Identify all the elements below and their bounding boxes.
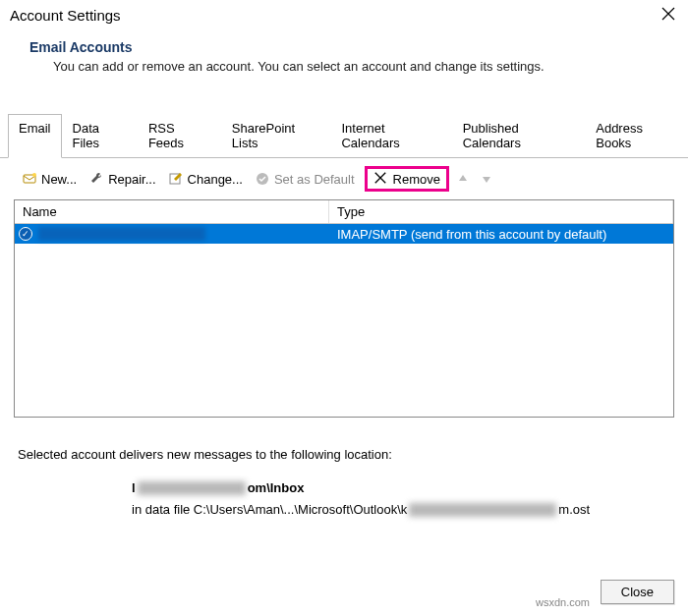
new-icon (22, 171, 37, 187)
section-title: Email Accounts (29, 39, 676, 55)
account-type: IMAP/SMTP (send from this account by def… (329, 227, 673, 242)
tab-sharepoint-lists[interactable]: SharePoint Lists (221, 114, 331, 158)
svg-point-1 (32, 173, 36, 177)
location-folder: l om\Inbox (132, 477, 670, 499)
tab-address-books[interactable]: Address Books (585, 114, 688, 158)
new-button[interactable]: New... (18, 169, 81, 189)
move-up-icon[interactable] (453, 173, 473, 185)
table-row[interactable]: ✓ IMAP/SMTP (send from this account by d… (15, 224, 673, 244)
tab-internet-calendars[interactable]: Internet Calendars (330, 114, 451, 158)
close-icon[interactable] (660, 6, 678, 24)
repair-icon (88, 171, 104, 187)
check-circle-icon (255, 171, 270, 187)
column-header-type[interactable]: Type (329, 200, 673, 223)
remove-x-icon (373, 171, 389, 187)
watermark: wsxdn.com (536, 596, 590, 608)
remove-label: Remove (393, 172, 440, 187)
section-description: You can add or remove an account. You ca… (29, 55, 676, 74)
account-name-redacted (38, 227, 205, 241)
location-datafile: in data file C:\Users\Aman\...\Microsoft… (132, 499, 670, 521)
change-icon (168, 171, 184, 187)
accounts-table: Name Type ✓ IMAP/SMTP (send from this ac… (14, 199, 674, 418)
tab-email[interactable]: Email (8, 114, 62, 158)
close-button[interactable]: Close (601, 580, 674, 604)
remove-button[interactable]: Remove (365, 166, 449, 192)
move-down-icon[interactable] (477, 173, 496, 185)
repair-label: Repair... (108, 172, 155, 187)
location-intro: Selected account delivers new messages t… (18, 447, 670, 462)
column-header-name[interactable]: Name (15, 200, 329, 223)
tab-data-files[interactable]: Data Files (62, 114, 138, 158)
change-label: Change... (188, 172, 243, 187)
change-button[interactable]: Change... (164, 169, 247, 189)
repair-button[interactable]: Repair... (85, 169, 159, 189)
set-default-label: Set as Default (274, 172, 355, 187)
default-check-icon: ✓ (19, 227, 32, 241)
redacted-filename (409, 503, 556, 517)
redacted-mailbox (138, 481, 246, 495)
tab-strip: Email Data Files RSS Feeds SharePoint Li… (0, 113, 688, 158)
window-title: Account Settings (10, 7, 121, 24)
tab-published-calendars[interactable]: Published Calendars (452, 114, 586, 158)
new-label: New... (41, 172, 77, 187)
toolbar: New... Repair... Change... Set as Defaul… (0, 158, 688, 199)
set-default-button: Set as Default (251, 169, 359, 189)
tab-rss-feeds[interactable]: RSS Feeds (138, 114, 221, 158)
